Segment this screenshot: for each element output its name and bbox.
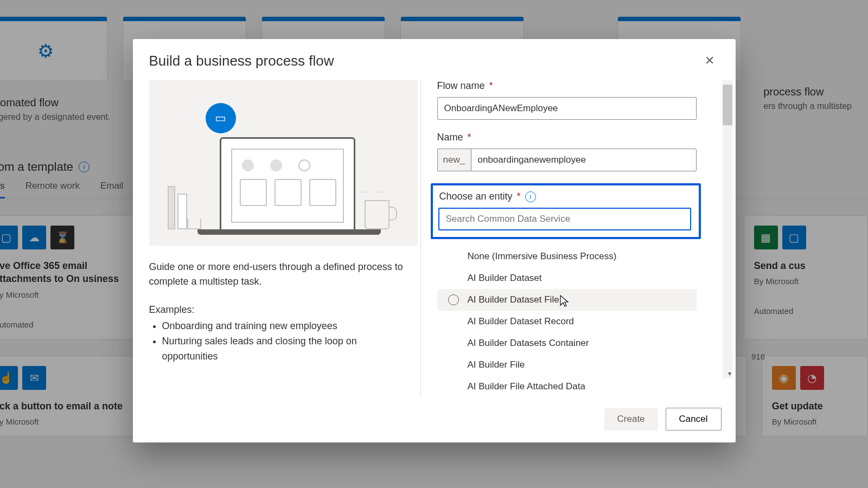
name-prefix: new_ (437, 149, 471, 171)
entity-option[interactable]: AI Builder Dataset File (437, 289, 697, 311)
modal-illustration: ▭ ﹏ ﹏ (149, 80, 418, 246)
cursor-icon (559, 294, 570, 309)
entity-option[interactable]: AI Builder Dataset Record (437, 311, 697, 332)
entity-option[interactable]: AI Builder Datasets Container (437, 332, 697, 354)
entity-option[interactable]: AI Builder Dataset (437, 267, 697, 289)
scroll-down-icon[interactable]: ▾ (728, 370, 731, 377)
entity-search-input[interactable] (438, 208, 691, 230)
info-icon[interactable]: i (525, 191, 536, 202)
scrollbar[interactable]: ▾ (723, 80, 732, 378)
entity-option[interactable]: None (Immersive Business Process) (437, 246, 697, 267)
modal-description: Guide one or more end-users through a de… (149, 260, 404, 289)
entity-dropdown: None (Immersive Business Process) AI Bui… (437, 246, 697, 397)
required-indicator: * (517, 191, 521, 202)
modal-title: Build a business process flow (149, 53, 334, 69)
radio-icon (448, 294, 459, 305)
cancel-button[interactable]: Cancel (666, 408, 722, 431)
entity-option[interactable]: AI Builder File (437, 354, 697, 376)
name-field: Name * new_ (437, 132, 727, 171)
required-indicator: * (489, 80, 493, 92)
modal-footer: Create Cancel (133, 397, 736, 442)
close-button[interactable]: ✕ (700, 51, 719, 70)
modal-overlay: Build a business process flow ✕ ▭ (0, 0, 868, 488)
examples-label: Examples: (149, 304, 404, 316)
create-button[interactable]: Create (604, 408, 658, 431)
flow-name-input[interactable] (437, 97, 697, 120)
flow-badge-icon: ▭ (206, 103, 236, 133)
modal-left-pane: ▭ ﹏ ﹏ Guide one or more end-users throug… (149, 80, 420, 397)
build-process-flow-modal: Build a business process flow ✕ ▭ (133, 39, 736, 442)
scroll-thumb[interactable] (723, 85, 732, 125)
flow-name-field: Flow name * (437, 80, 727, 120)
close-icon: ✕ (705, 54, 714, 67)
name-input[interactable] (471, 149, 697, 171)
name-label: Name (437, 132, 463, 143)
modal-right-pane: ▾ Flow name * Name * new_ (420, 80, 730, 397)
example-item: Onboarding and training new employees (162, 319, 404, 334)
examples-list: Onboarding and training new employees Nu… (149, 319, 404, 364)
entity-option[interactable]: AI Builder File Attached Data (437, 376, 697, 397)
entity-field-highlight: Choose an entity * i (431, 183, 701, 239)
required-indicator: * (468, 132, 471, 143)
example-item: Nurturing sales leads and closing the lo… (162, 334, 404, 364)
flow-name-label: Flow name (437, 80, 485, 92)
entity-label: Choose an entity (439, 191, 513, 202)
